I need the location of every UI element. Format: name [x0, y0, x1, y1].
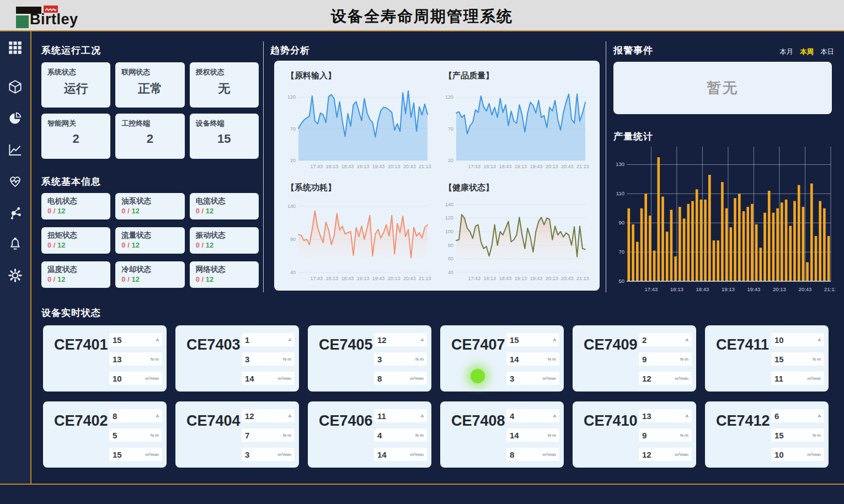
device-card-ce7410[interactable]: CE741013A9N·m12m³/min: [573, 401, 696, 468]
metric-row: 4N·m: [374, 428, 427, 442]
device-card-ce7409[interactable]: CE74092A9N·m12m³/min: [573, 325, 696, 392]
device-card-ce7411[interactable]: CE741110A15N·m11m³/min: [705, 325, 829, 392]
svg-text:20:43: 20:43: [561, 164, 574, 169]
metric-row: 12A: [242, 409, 295, 422]
metric-row: 6A: [771, 409, 824, 422]
metric-unit: N·m: [548, 433, 556, 438]
metric-unit: A: [686, 337, 688, 342]
metric-value: 4: [510, 411, 514, 421]
device-card-ce7407[interactable]: CE740715A14N·m3m³/min: [440, 325, 564, 392]
metric-unit: m³/min: [808, 452, 821, 457]
svg-text:19:13: 19:13: [515, 164, 527, 169]
metric-unit: N·m: [548, 357, 556, 362]
info-card-label: 振动状态: [196, 230, 253, 240]
apps-grid-icon[interactable]: [8, 40, 23, 55]
svg-text:20: 20: [448, 158, 453, 163]
trend-panel: 【原料输入】207012017:4318:1318:4319:1319:4320…: [274, 61, 600, 291]
chart-svg-raw_input: 207012017:4318:1318:4319:1319:4320:1320:…: [283, 83, 432, 170]
device-card-ce7401[interactable]: CE740115A13N·m10m³/min: [43, 325, 167, 392]
info-card-count: 0 / 12: [47, 207, 104, 215]
cube-icon[interactable]: [8, 79, 23, 94]
metric-row: 10m³/min: [771, 448, 824, 461]
metric-value: 15: [774, 431, 784, 440]
metric-value: 3: [510, 374, 514, 383]
metric-row: 15A: [109, 333, 162, 346]
info-card: 冷却状态0 / 12: [115, 261, 184, 288]
metric-value: 15: [510, 335, 519, 345]
alarm-tab-0[interactable]: 本月: [779, 48, 793, 56]
device-name: CE7412: [716, 412, 770, 430]
alarm-section-title: 报警事件: [613, 44, 653, 57]
status-card-value: 正常: [121, 81, 178, 97]
svg-text:18:43: 18:43: [341, 164, 354, 169]
device-metrics: 1A3N·m14m³/min: [242, 333, 295, 385]
metric-row: 3N·m: [374, 352, 427, 366]
info-card-label: 冷却状态: [121, 265, 178, 275]
info-card-count: 0 / 12: [196, 241, 253, 249]
svg-text:18:13: 18:13: [484, 276, 496, 281]
svg-text:19:43: 19:43: [372, 276, 385, 281]
info-card-label: 扭矩状态: [47, 230, 104, 240]
chart-title-power: 【系统功耗】: [286, 183, 433, 193]
metric-unit: m³/min: [278, 452, 291, 457]
device-metrics: 2A9N·m12m³/min: [639, 333, 692, 385]
svg-text:20:43: 20:43: [799, 286, 812, 292]
heartbeat-icon[interactable]: [8, 174, 23, 189]
count-total: 12: [57, 241, 65, 249]
metric-value: 14: [245, 374, 254, 383]
metric-unit: m³/min: [675, 452, 688, 457]
metric-row: 10m³/min: [109, 372, 162, 385]
info-card-label: 电流状态: [196, 196, 253, 206]
network-icon[interactable]: [8, 205, 23, 220]
bell-icon[interactable]: [8, 237, 23, 251]
count-current: 0 /: [121, 275, 131, 283]
device-name: CE7408: [451, 412, 505, 430]
status-card-value: 2: [47, 132, 104, 146]
device-card-ce7402[interactable]: CE74028A5N·m15m³/min: [43, 401, 167, 468]
ops-cards: 系统状态运行联网状态正常授权状态无智能网关2工控终端2设备终端15: [41, 62, 259, 159]
metric-value: 9: [642, 355, 647, 364]
chart-svg-power: 409014017:4318:1318:4319:1319:4320:1320:…: [283, 195, 432, 282]
info-card-count: 0 / 12: [121, 275, 178, 283]
metric-unit: N·m: [415, 433, 424, 438]
status-card-label: 联网状态: [121, 67, 178, 77]
device-name: CE7409: [584, 336, 638, 353]
alarm-tab-2[interactable]: 本日: [820, 48, 834, 56]
count-total: 12: [57, 275, 65, 283]
metric-row: 4A: [506, 409, 559, 422]
metric-row: 10A: [771, 333, 824, 346]
device-card-ce7404[interactable]: CE740412A7N·m3m³/min: [175, 401, 299, 468]
trend-line-icon[interactable]: [8, 142, 23, 157]
nav-sidebar: [0, 31, 31, 485]
status-card: 授权状态无: [190, 62, 259, 108]
svg-text:130: 130: [616, 161, 624, 167]
device-card-ce7403[interactable]: CE74031A3N·m14m³/min: [175, 325, 299, 392]
devices-grid: CE740115A13N·m10m³/minCE74031A3N·m14m³/m…: [43, 325, 829, 468]
device-card-ce7412[interactable]: CE74126A15N·m10m³/min: [705, 401, 829, 468]
metric-row: 12m³/min: [639, 448, 692, 461]
info-card: 油泵状态0 / 12: [115, 193, 184, 219]
info-card-label: 温度状态: [47, 265, 104, 275]
device-name: CE7401: [54, 336, 108, 353]
pie-chart-icon[interactable]: [8, 111, 23, 126]
metric-value: 8: [113, 411, 117, 421]
device-card-ce7408[interactable]: CE74084A14N·m8m³/min: [440, 401, 564, 468]
alarm-tab-1[interactable]: 本周: [800, 48, 814, 56]
count-current: 0 /: [47, 241, 57, 249]
metric-unit: m³/min: [543, 452, 556, 457]
metric-unit: A: [818, 337, 821, 342]
svg-text:19:13: 19:13: [357, 276, 370, 281]
svg-text:70: 70: [448, 126, 453, 132]
gear-icon[interactable]: [8, 268, 23, 283]
chart-svg-quality: 207012017:4318:1318:4319:1319:4320:1320:…: [441, 83, 590, 170]
svg-text:20:43: 20:43: [403, 164, 416, 169]
production-section-title: 产量统计: [613, 130, 653, 143]
svg-text:19:13: 19:13: [722, 286, 735, 292]
metric-unit: N·m: [813, 357, 821, 362]
metric-unit: N·m: [283, 357, 291, 362]
metric-row: 3N·m: [242, 352, 295, 366]
device-card-ce7406[interactable]: CE740611A4N·m14m³/min: [308, 401, 431, 468]
device-card-ce7405[interactable]: CE740512A3N·m8m³/min: [308, 325, 431, 392]
metric-unit: m³/min: [410, 452, 424, 457]
production-chart-svg: 17:4318:1318:4319:1319:4320:1320:4321:13…: [612, 144, 835, 294]
